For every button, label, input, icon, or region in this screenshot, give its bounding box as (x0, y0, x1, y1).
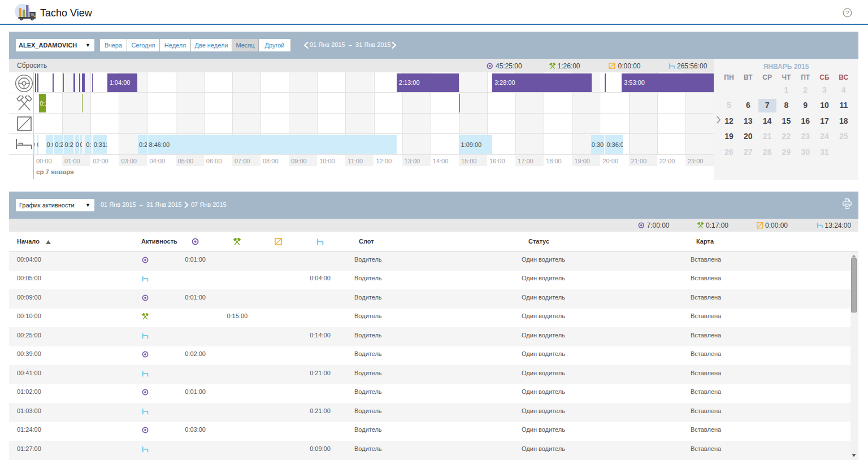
svg-text:?: ? (845, 10, 849, 16)
